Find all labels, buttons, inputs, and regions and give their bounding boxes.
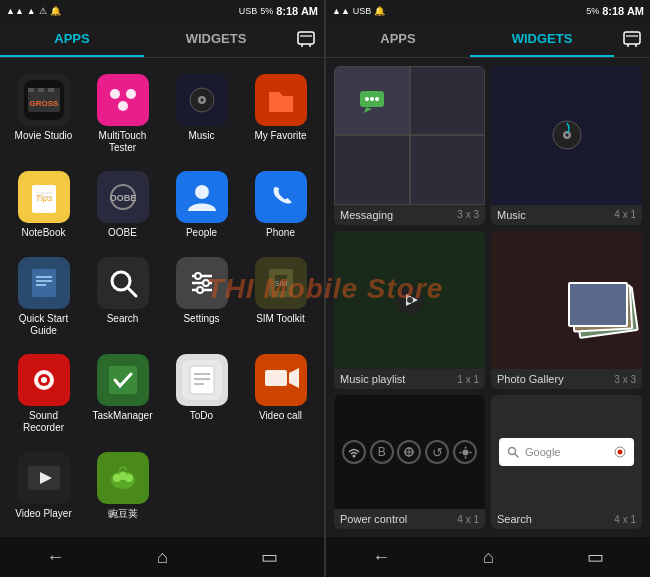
- left-battery-pct: 5%: [260, 6, 273, 16]
- svg-point-72: [375, 97, 379, 101]
- app-label-video-player: Video Player: [15, 508, 72, 520]
- right-cart-icon[interactable]: [614, 22, 650, 57]
- widget-music-size: 4 x 1: [614, 209, 636, 220]
- app-label-video-call: Video call: [259, 410, 302, 422]
- left-bottom-nav: ← ⌂ ▭: [0, 537, 324, 577]
- svg-point-40: [203, 280, 209, 286]
- app-oobe[interactable]: OOBE OOBE: [83, 163, 162, 248]
- left-home-button[interactable]: ⌂: [157, 547, 168, 568]
- right-time: 8:18 AM: [602, 5, 644, 17]
- svg-point-67: [125, 474, 133, 482]
- signal-icon: ▲▲: [6, 6, 24, 16]
- search-widget-placeholder: Google: [525, 446, 560, 458]
- svg-point-79: [352, 455, 355, 458]
- app-label-sim-toolkit: SIM Toolkit: [256, 313, 305, 325]
- svg-point-39: [195, 273, 201, 279]
- app-label-quick-start: Quick Start Guide: [8, 313, 79, 337]
- app-notebook[interactable]: Tips NoteBook: [4, 163, 83, 248]
- widget-messaging-name: Messaging: [340, 209, 393, 221]
- app-sim-toolkit[interactable]: SIM SIM Toolkit: [241, 249, 320, 346]
- right-battery-pct: 5%: [586, 6, 599, 16]
- widget-music[interactable]: Music 4 x 1: [491, 66, 642, 225]
- app-quick-start[interactable]: Quick Start Guide: [4, 249, 83, 346]
- app-settings[interactable]: Settings: [162, 249, 241, 346]
- app-sound-recorder[interactable]: Sound Recorder: [4, 346, 83, 443]
- svg-text:OOBE: OOBE: [109, 193, 136, 203]
- app-search[interactable]: Search: [83, 249, 162, 346]
- app-label-task-manager: TaskManager: [92, 410, 152, 422]
- widget-messaging[interactable]: Messaging 3 x 3: [334, 66, 485, 225]
- widget-power-size: 4 x 1: [457, 514, 479, 525]
- widget-gallery-info: Photo Gallery 3 x 3: [491, 369, 642, 389]
- widget-search[interactable]: Google Search 4 x 1: [491, 395, 642, 529]
- right-tab-widgets[interactable]: WIDGETS: [470, 22, 614, 57]
- right-home-button[interactable]: ⌂: [483, 547, 494, 568]
- svg-rect-28: [32, 269, 56, 297]
- right-tab-apps[interactable]: APPS: [326, 22, 470, 57]
- svg-rect-5: [48, 88, 54, 92]
- left-tab-apps[interactable]: APPS: [0, 22, 144, 57]
- app-label-people: People: [186, 227, 217, 239]
- svg-rect-0: [298, 32, 314, 44]
- app-label-todo: ToDo: [190, 410, 213, 422]
- svg-point-41: [197, 287, 203, 293]
- widget-gallery-name: Photo Gallery: [497, 373, 564, 385]
- widget-music-playlist[interactable]: Music playlist 1 x 1: [334, 231, 485, 390]
- usb-icon: USB: [239, 6, 258, 16]
- widget-playlist-info: Music playlist 1 x 1: [334, 369, 485, 389]
- svg-text:Tips: Tips: [35, 193, 52, 203]
- app-label-oobe: OOBE: [108, 227, 137, 239]
- app-video-call[interactable]: Video call: [241, 346, 320, 443]
- svg-point-14: [200, 99, 203, 102]
- right-usb-icon: USB: [353, 6, 372, 16]
- widget-music-info: Music 4 x 1: [491, 205, 642, 225]
- svg-point-71: [370, 97, 374, 101]
- svg-point-83: [462, 449, 468, 455]
- notification-icon: 🔔: [50, 6, 61, 16]
- app-my-favorite[interactable]: My Favorite: [241, 66, 320, 163]
- svg-text:GROSS: GROSS: [29, 99, 59, 108]
- widget-search-info: Search 4 x 1: [491, 509, 642, 529]
- app-label-movie-studio: Movie Studio: [15, 130, 73, 142]
- app-label-search: Search: [107, 313, 139, 325]
- widget-playlist-size: 1 x 1: [457, 374, 479, 385]
- right-recents-button[interactable]: ▭: [587, 546, 604, 568]
- apps-grid: GROSS Movie Studio MultiTouch Tester: [0, 58, 324, 537]
- right-bottom-nav: ← ⌂ ▭: [326, 537, 650, 577]
- right-status-icons: ▲▲ USB 🔔: [332, 6, 385, 16]
- app-multitouch[interactable]: MultiTouch Tester: [83, 66, 162, 163]
- svg-point-49: [41, 377, 47, 383]
- svg-point-78: [407, 297, 413, 303]
- left-back-button[interactable]: ←: [46, 547, 64, 568]
- app-people[interactable]: People: [162, 163, 241, 248]
- left-time: 8:18 AM: [276, 5, 318, 17]
- app-phone[interactable]: Phone: [241, 163, 320, 248]
- svg-rect-4: [38, 88, 44, 92]
- svg-point-70: [365, 97, 369, 101]
- widget-playlist-name: Music playlist: [340, 373, 405, 385]
- left-recents-button[interactable]: ▭: [261, 546, 278, 568]
- app-label-my-favorite: My Favorite: [254, 130, 306, 142]
- widget-photo-gallery[interactable]: Photo Gallery 3 x 3: [491, 231, 642, 390]
- app-music[interactable]: Music: [162, 66, 241, 163]
- right-back-button[interactable]: ←: [372, 547, 390, 568]
- left-cart-icon[interactable]: [288, 22, 324, 57]
- left-status-right: USB 5% 8:18 AM: [239, 5, 318, 17]
- app-todo[interactable]: ToDo: [162, 346, 241, 443]
- app-label-music: Music: [188, 130, 214, 142]
- svg-text:SIM: SIM: [274, 280, 287, 287]
- app-video-player[interactable]: Video Player: [4, 444, 83, 529]
- svg-point-9: [126, 89, 136, 99]
- widget-search-name: Search: [497, 513, 532, 525]
- left-status-icons: ▲▲ ▲ ⚠ 🔔: [6, 6, 61, 16]
- right-notification-icon: 🔔: [374, 6, 385, 16]
- app-wandou[interactable]: 豌豆荚: [83, 444, 162, 529]
- app-label-sound-recorder: Sound Recorder: [8, 410, 79, 434]
- left-tab-widgets[interactable]: WIDGETS: [144, 22, 288, 57]
- widget-messaging-info: Messaging 3 x 3: [334, 205, 485, 225]
- svg-rect-58: [265, 370, 287, 386]
- widget-power-control[interactable]: B ↺: [334, 395, 485, 529]
- app-task-manager[interactable]: TaskManager: [83, 346, 162, 443]
- widget-power-info: Power control 4 x 1: [334, 509, 485, 529]
- app-movie-studio[interactable]: GROSS Movie Studio: [4, 66, 83, 163]
